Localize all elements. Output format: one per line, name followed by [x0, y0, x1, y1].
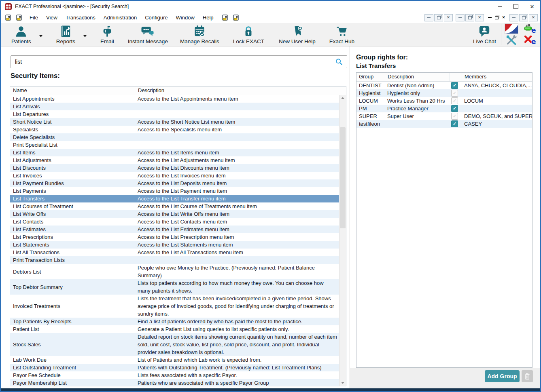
security-item-row[interactable]: Print Transaction Lists — [10, 256, 339, 264]
security-item-row[interactable]: List Departures — [10, 110, 339, 118]
window-minimize-button[interactable] — [492, 1, 508, 12]
manage-recalls-button[interactable]: Manage Recalls — [176, 23, 223, 46]
security-item-row[interactable]: Short Notice List Access to the Short No… — [10, 118, 339, 126]
mdi-minimize-button[interactable] — [424, 14, 433, 21]
group-enabled-checkbox[interactable]: ✓ — [451, 90, 458, 97]
security-item-row[interactable]: List Invoices Access to the List Invoice… — [10, 172, 339, 179]
scrollbar-thumb[interactable] — [340, 127, 346, 228]
export-file-icon[interactable] — [232, 15, 240, 21]
window-maximize-button[interactable] — [508, 1, 524, 12]
security-item-row[interactable]: List Prescriptions Access to the List Pr… — [10, 233, 339, 241]
window-close-button[interactable]: ✕ — [524, 1, 540, 12]
group-row[interactable]: Hygienist Hygienist only ✓ — [356, 89, 532, 97]
column-header-group-description[interactable]: Description — [385, 73, 450, 81]
close-exact-file-icon[interactable]: e — [524, 35, 537, 45]
mdi-minimize-button[interactable] — [509, 14, 518, 21]
group-enabled-checkbox[interactable]: ✓ — [451, 97, 458, 104]
security-item-row[interactable]: Lab Work Due List of Patients and which … — [10, 356, 339, 364]
column-header-group[interactable]: Group — [356, 73, 385, 81]
security-item-row[interactable]: Print Specialist List — [10, 141, 339, 149]
menu-item[interactable]: File — [25, 13, 42, 22]
group-rights-table-header: Group Description Members — [356, 73, 532, 82]
export-file-icon[interactable] — [4, 15, 12, 21]
column-header-checkbox[interactable] — [450, 73, 462, 81]
patients-button[interactable]: Patients — [7, 23, 35, 46]
security-item-row[interactable]: List Payment Bundles Access to the List … — [10, 179, 339, 187]
security-item-row[interactable]: Payor Fee Schedule Lists fees associated… — [10, 371, 339, 379]
security-item-row[interactable]: List Transfers Access to the List Transf… — [10, 195, 339, 202]
security-item-row[interactable]: List Adjustments Access to the List Adju… — [10, 156, 339, 164]
mdi-restore-button[interactable] — [494, 15, 500, 21]
menu-item[interactable]: Transactions — [62, 13, 100, 22]
security-item-row[interactable]: List Payments Access to the List Payment… — [10, 187, 339, 195]
export-file-icon[interactable] — [15, 15, 23, 21]
menu-item[interactable]: Help — [199, 13, 218, 22]
group-enabled-checkbox[interactable]: ✓ — [451, 105, 458, 112]
group-row[interactable]: DENTIST Dentist (Non Admin) ✓ ANYA, CHUC… — [356, 82, 532, 89]
column-header-description[interactable]: Description — [135, 86, 346, 95]
security-item-row[interactable]: List Discounts Access to the List Discou… — [10, 164, 339, 172]
exact-hub-button[interactable]: Exact Hub — [325, 23, 359, 46]
mdi-restore-button[interactable] — [434, 14, 443, 21]
security-item-row[interactable]: Payor Membership List Patients who are a… — [10, 379, 339, 386]
security-item-row[interactable]: Debtors List People who owe Money to the… — [10, 264, 339, 279]
mdi-close-button[interactable]: ✕ — [529, 14, 538, 21]
tools-icon[interactable] — [505, 35, 518, 45]
security-item-row[interactable]: Top Debtor Summary Lists top patients ac… — [10, 279, 339, 295]
security-item-row[interactable]: List Estimates Access to the List Estima… — [10, 226, 339, 233]
search-input[interactable] — [11, 59, 335, 65]
scroll-down-button[interactable] — [339, 380, 346, 386]
group-row[interactable]: testfileon ✓ CASEY — [356, 120, 532, 128]
instant-message-button[interactable]: Instant Message — [124, 23, 172, 46]
mdi-close-button[interactable]: ✕ — [475, 14, 484, 21]
security-item-row[interactable]: List Items Access to the List Items menu… — [10, 149, 339, 156]
mdi-minimize-button[interactable] — [487, 15, 493, 21]
security-item-row[interactable]: List Arrivals — [10, 103, 339, 110]
mdi-restore-button[interactable] — [519, 14, 528, 21]
scroll-up-button[interactable] — [339, 95, 346, 101]
lock-exact-button[interactable]: Lock EXACT — [229, 23, 268, 46]
group-enabled-checkbox[interactable]: ✓ — [451, 120, 458, 127]
column-header-members[interactable]: Members — [462, 73, 532, 81]
security-item-row[interactable]: Stock Sales Detailed report on stock ite… — [10, 333, 339, 356]
mdi-close-button[interactable]: ✕ — [444, 14, 453, 21]
security-item-row[interactable]: List Courses of Treatment Access to the … — [10, 202, 339, 210]
security-item-row[interactable]: Patient List Generate a Patient List usi… — [10, 325, 339, 333]
mdi-restore-button[interactable] — [465, 14, 474, 21]
group-enabled-checkbox[interactable]: ✓ — [451, 113, 458, 120]
column-header-name[interactable]: Name — [10, 86, 135, 95]
mdi-close-button[interactable]: ✕ — [501, 15, 507, 21]
group-row[interactable]: LOCUM Works Less Than 20 Hrs ✓ LOCUM — [356, 97, 532, 105]
group-row[interactable]: SUPER Super User ✓ DEMO, SOEUK, and SUPE… — [356, 112, 532, 120]
security-item-row[interactable]: List Appointments Access to the List App… — [10, 95, 339, 103]
export-file-icon[interactable] — [221, 15, 229, 21]
group-enabled-checkbox[interactable]: ✓ — [451, 82, 458, 89]
menu-item[interactable]: View — [42, 13, 62, 22]
vertical-scrollbar[interactable] — [339, 95, 346, 386]
security-item-row[interactable]: Top Patients By Receipts Find a list of … — [10, 318, 339, 325]
security-item-row[interactable]: List Write Offs Access to the List Write… — [10, 210, 339, 218]
live-chat-button[interactable]: Live Chat — [469, 23, 500, 46]
delete-group-button[interactable] — [522, 370, 533, 382]
menu-item[interactable]: Configure — [141, 13, 172, 22]
security-item-row[interactable]: List Contacts Access to the List Contact… — [10, 218, 339, 226]
security-item-row[interactable]: Specialists Access to the Specialists me… — [10, 126, 339, 133]
security-item-row[interactable]: List All Transactions Access to the List… — [10, 249, 339, 256]
open-exact-file-icon[interactable]: e — [524, 23, 537, 34]
menu-item[interactable]: Administration — [100, 13, 141, 22]
soe-logo-icon[interactable] — [505, 23, 518, 34]
patients-dropdown[interactable] — [35, 26, 47, 46]
security-item-row[interactable]: List Outstanding Treatment Patients with… — [10, 364, 339, 371]
menu-item[interactable]: Window — [172, 13, 199, 22]
reports-dropdown[interactable] — [79, 26, 91, 46]
search-icon[interactable] — [335, 58, 343, 66]
add-group-button[interactable]: Add Group — [485, 370, 520, 382]
security-item-row[interactable]: Invoiced Treatments Lists the treatment … — [10, 295, 339, 318]
reports-button[interactable]: Reports — [52, 23, 79, 46]
security-item-row[interactable]: Delete Specialists — [10, 133, 339, 141]
security-item-row[interactable]: List Statements Access to the List State… — [10, 241, 339, 249]
email-button[interactable]: Email — [96, 23, 118, 46]
mdi-minimize-button[interactable] — [456, 14, 465, 21]
group-row[interactable]: PM Practice Manager ✓ — [356, 105, 532, 112]
new-user-help-button[interactable]: New User Help — [275, 23, 320, 46]
